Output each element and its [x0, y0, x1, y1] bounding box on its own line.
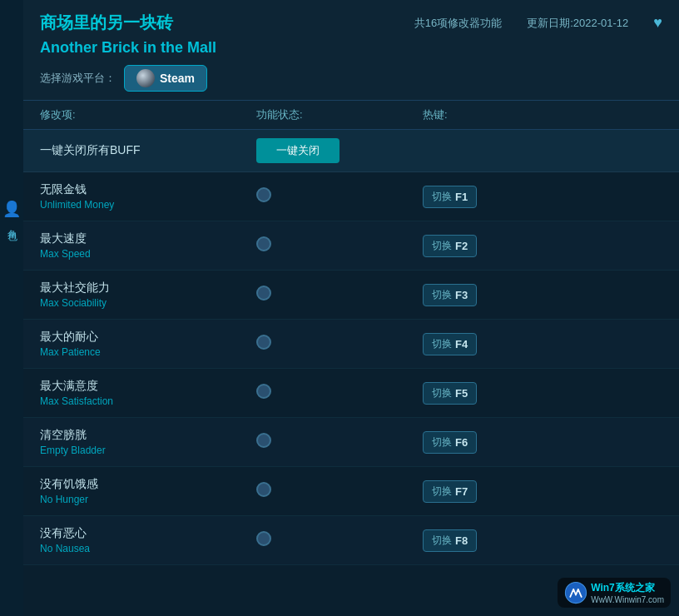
hotkey-cell: 切换 F1 [423, 186, 589, 208]
cheat-name-cn: 最大满意度 [40, 379, 256, 394]
toggle-cell [256, 187, 423, 206]
watermark-logo [564, 581, 587, 604]
cheat-name-en: Max Satisfaction [40, 395, 256, 407]
header-meta: 共16项修改器功能 更新日期:2022-01-12 ♥ [414, 14, 662, 32]
cheat-name-cn: 无限金钱 [40, 182, 256, 197]
character-icon: 👤 [2, 200, 21, 218]
hotkey-label: 切换 [432, 337, 452, 351]
hotkey-button[interactable]: 切换 F6 [423, 431, 477, 454]
cheat-name-en: Max Speed [40, 248, 256, 260]
toggle-cell [256, 335, 423, 353]
game-title-cn: 商场里的另一块砖 [40, 12, 173, 34]
toggle-cell [256, 433, 423, 451]
hotkey-key: F7 [455, 485, 468, 498]
col-header-3: 热键: [423, 107, 589, 122]
game-title-en: Another Brick in the Mall [40, 39, 662, 57]
main-content: 商场里的另一块砖 共16项修改器功能 更新日期:2022-01-12 ♥ Ano… [23, 0, 679, 616]
cheat-name-cn: 没有恶心 [40, 526, 256, 541]
cheat-name-cell: 没有恶心 No Nausea [40, 526, 256, 554]
hotkey-button[interactable]: 切换 F7 [423, 480, 477, 503]
hotkey-label: 切换 [432, 239, 452, 253]
hotkey-label: 切换 [432, 435, 452, 450]
cheat-row: 无限金钱 Unlimited Money 切换 F1 [23, 172, 679, 221]
cheat-name-cn: 最大的耐心 [40, 330, 256, 345]
toggle-cell [256, 286, 423, 304]
heart-icon[interactable]: ♥ [653, 14, 662, 32]
cheat-name-en: Max Sociability [40, 297, 256, 309]
one-key-close-button[interactable]: 一键关闭 [256, 138, 340, 163]
cheat-row: 没有饥饿感 No Hunger 切换 F7 [23, 467, 679, 516]
cheat-row: 最大满意度 Max Satisfaction 切换 F5 [23, 369, 679, 418]
cheat-name-cn: 最大速度 [40, 231, 256, 246]
cheat-name-cell: 最大社交能力 Max Sociability [40, 281, 256, 309]
steam-label: Steam [160, 72, 195, 85]
cheat-name-cell: 无限金钱 Unlimited Money [40, 182, 256, 211]
platform-row: 选择游戏平台： Steam [40, 65, 662, 92]
toggle-circle[interactable] [256, 236, 271, 251]
meta-count: 共16项修改器功能 [414, 16, 502, 31]
cheat-rows: 无限金钱 Unlimited Money 切换 F1 最大速度 Max Spee… [23, 172, 679, 616]
toggle-circle[interactable] [256, 286, 271, 301]
watermark-text: Win7系统之家 WwW.Winwin7.com [591, 581, 664, 604]
toggle-circle[interactable] [256, 482, 271, 497]
hotkey-key: F1 [455, 191, 468, 203]
hotkey-label: 切换 [432, 190, 452, 204]
hotkey-cell: 切换 F4 [423, 333, 589, 355]
toggle-cell [256, 531, 423, 549]
toggle-cell [256, 384, 423, 402]
cheat-name-en: Empty Bladder [40, 445, 256, 456]
hotkey-key: F4 [455, 338, 468, 350]
hotkey-button[interactable]: 切换 F5 [423, 382, 477, 405]
hotkey-key: F3 [455, 289, 468, 301]
toggle-circle[interactable] [256, 384, 271, 399]
sidebar: 👤 角色 [0, 0, 23, 616]
hotkey-cell: 切换 F7 [423, 480, 589, 503]
toggle-circle[interactable] [256, 531, 271, 546]
meta-date: 更新日期:2022-01-12 [527, 16, 628, 31]
watermark: Win7系统之家 WwW.Winwin7.com [558, 578, 671, 608]
cheat-name-cn: 最大社交能力 [40, 281, 256, 296]
header: 商场里的另一块砖 共16项修改器功能 更新日期:2022-01-12 ♥ Ano… [23, 0, 679, 101]
cheat-row: 最大的耐心 Max Patience 切换 F4 [23, 320, 679, 369]
hotkey-button[interactable]: 切换 F8 [423, 529, 477, 552]
hotkey-cell: 切换 F3 [423, 284, 589, 306]
platform-label: 选择游戏平台： [40, 71, 116, 86]
watermark-url: WwW.Winwin7.com [591, 595, 664, 604]
hotkey-button[interactable]: 切换 F4 [423, 333, 477, 355]
cheat-row: 清空膀胱 Empty Bladder 切换 F6 [23, 418, 679, 467]
toggle-circle[interactable] [256, 187, 271, 202]
cheat-name-cn: 清空膀胱 [40, 428, 256, 443]
hotkey-button[interactable]: 切换 F2 [423, 235, 477, 257]
special-row: 一键关闭所有BUFF 一键关闭 [23, 130, 679, 172]
cheat-name-cell: 最大的耐心 Max Patience [40, 330, 256, 358]
toggle-circle[interactable] [256, 335, 271, 350]
hotkey-button[interactable]: 切换 F1 [423, 186, 477, 208]
cheat-row: 最大社交能力 Max Sociability 切换 F3 [23, 271, 679, 320]
cheat-name-en: Max Patience [40, 346, 256, 358]
hotkey-label: 切换 [432, 484, 452, 499]
watermark-brand: Win7系统之家 [591, 581, 664, 595]
steam-platform-button[interactable]: Steam [124, 65, 207, 92]
header-top: 商场里的另一块砖 共16项修改器功能 更新日期:2022-01-12 ♥ [40, 12, 662, 34]
hotkey-label: 切换 [432, 288, 452, 302]
hotkey-button[interactable]: 切换 F3 [423, 284, 477, 306]
one-key-close-cell: 一键关闭 [256, 138, 423, 163]
cheat-name-cell: 没有饥饿感 No Hunger [40, 477, 256, 505]
hotkey-cell: 切换 F8 [423, 529, 589, 552]
hotkey-label: 切换 [432, 386, 452, 400]
sidebar-label: 角色 [5, 221, 19, 225]
hotkey-cell: 切换 F6 [423, 431, 589, 454]
toggle-circle[interactable] [256, 433, 271, 448]
hotkey-key: F2 [455, 240, 468, 252]
table-header: 修改项: 功能状态: 热键: [23, 101, 679, 130]
cheat-name-en: Unlimited Money [40, 199, 256, 211]
toggle-cell [256, 482, 423, 500]
hotkey-key: F6 [455, 436, 468, 449]
cheat-name-cell: 最大满意度 Max Satisfaction [40, 379, 256, 407]
cheat-row: 最大速度 Max Speed 切换 F2 [23, 221, 679, 271]
svg-point-0 [566, 582, 587, 603]
cheat-name-cn: 没有饥饿感 [40, 477, 256, 492]
cheat-name-cell: 最大速度 Max Speed [40, 231, 256, 260]
special-row-label: 一键关闭所有BUFF [40, 143, 256, 158]
hotkey-label: 切换 [432, 534, 452, 548]
